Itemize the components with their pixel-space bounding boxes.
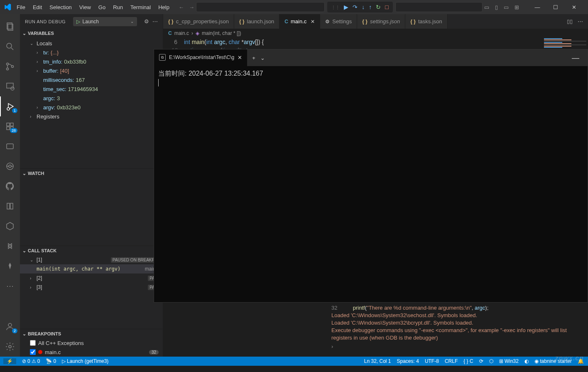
layout-primary-icon[interactable]: ▭: [484, 4, 489, 10]
secondary-search[interactable]: [395, 2, 483, 12]
thread-3[interactable]: ›[3]PAU: [20, 283, 163, 292]
variable-tv[interactable]: ›tv: {...}: [20, 48, 163, 57]
status-spaces[interactable]: Spaces: 4: [397, 358, 419, 364]
terminal-tab-title: E:\WorkSpace\Iristar\Test\C\g: [169, 54, 234, 60]
layout-panel-icon[interactable]: ▯: [495, 4, 498, 10]
breakpoint-checkbox[interactable]: [30, 349, 36, 355]
more-tab-actions-icon[interactable]: ⋯: [578, 18, 583, 25]
breakpoint-checkbox[interactable]: [30, 340, 36, 346]
ext-icon-1[interactable]: [0, 136, 20, 156]
window-maximize-button[interactable]: ☐: [546, 0, 565, 14]
tab-launch-json[interactable]: { }launch.json: [234, 14, 279, 29]
continue-button[interactable]: ▶: [344, 4, 348, 10]
tab-c-cpp-properties[interactable]: { }c_cpp_properties.json: [163, 14, 234, 29]
svg-rect-7: [7, 83, 13, 88]
more-icon[interactable]: ⋯: [0, 276, 20, 296]
thread-2[interactable]: ›[2]PAU: [20, 273, 163, 283]
callstack-header[interactable]: ⌄ CALL STACK: [20, 246, 163, 255]
ext-icon-4[interactable]: [0, 216, 20, 236]
breakpoint-main-c[interactable]: main.c 32: [20, 347, 163, 357]
breakpoints-header[interactable]: ⌄ BREAKPOINTS: [20, 329, 163, 338]
status-eol[interactable]: CRLF: [445, 358, 458, 364]
step-into-button[interactable]: ↓: [362, 4, 365, 10]
tab-settings[interactable]: ⚙Settings: [320, 14, 357, 29]
status-ports[interactable]: 📡 0: [46, 358, 56, 364]
variable-argc[interactable]: argc: 3: [20, 94, 163, 103]
variable-buffer[interactable]: ›buffer: [40]: [20, 66, 163, 75]
menu-file[interactable]: File: [13, 2, 29, 12]
customize-layout-icon[interactable]: ⊞: [514, 4, 519, 10]
extensions-icon[interactable]: 28: [0, 116, 20, 136]
settings-gear-icon[interactable]: [0, 337, 20, 357]
terminal-minimize-button[interactable]: —: [564, 54, 588, 62]
registers-scope[interactable]: ›Registers: [20, 112, 163, 121]
close-icon[interactable]: ✕: [311, 19, 315, 25]
stack-frame-main[interactable]: main(int argc, char ** argv)main.c: [20, 264, 163, 273]
watch-header[interactable]: ⌄ WATCH: [20, 169, 163, 178]
variable-milliseconds[interactable]: milliseconds: 167: [20, 75, 163, 84]
search-icon[interactable]: [0, 37, 20, 57]
tab-main-c[interactable]: Cmain.c✕: [279, 14, 320, 29]
chevron-down-icon[interactable]: ⌄: [260, 55, 265, 61]
ext-icon-3[interactable]: [0, 196, 20, 216]
restart-button[interactable]: ↻: [376, 4, 381, 10]
new-tab-icon[interactable]: +: [252, 55, 255, 61]
split-editor-icon[interactable]: ▯▯: [567, 18, 573, 25]
explorer-icon[interactable]: [0, 17, 20, 37]
stop-button[interactable]: □: [385, 4, 388, 10]
remote-explorer-icon[interactable]: [0, 76, 20, 96]
status-debug-launch[interactable]: ▷ Launch (getTime3): [62, 358, 108, 364]
window-close-button[interactable]: ✕: [565, 0, 583, 14]
breakpoint-all-cpp-exceptions[interactable]: All C++ Exceptions: [20, 338, 163, 347]
command-center-search[interactable]: [196, 2, 325, 12]
menu-help[interactable]: Help: [155, 2, 173, 12]
svg-rect-20: [10, 203, 13, 209]
breadcrumb-bar[interactable]: C main.c › ◈ main(int, char * []): [163, 29, 588, 38]
thread-1[interactable]: ⌄[1]PAUSED ON BREAKPO: [20, 255, 163, 264]
tab-tasks-json[interactable]: { }tasks.json: [405, 14, 448, 29]
step-over-button[interactable]: ↷: [353, 4, 358, 10]
layout-secondary-icon[interactable]: ▭: [504, 4, 509, 10]
nav-forward-icon[interactable]: →: [189, 4, 194, 10]
close-icon[interactable]: ✕: [238, 54, 242, 61]
nav-back-icon[interactable]: ←: [179, 4, 184, 10]
tab-settings-json[interactable]: { }settings.json: [357, 14, 405, 29]
terminal-tab[interactable]: ⧉ E:\WorkSpace\Iristar\Test\C\g ✕: [154, 49, 247, 66]
menu-go[interactable]: Go: [95, 2, 109, 12]
more-actions-icon[interactable]: ⋯: [152, 18, 158, 25]
run-debug-icon[interactable]: 1: [0, 96, 20, 116]
variable-time-sec[interactable]: time_sec: 1719465934: [20, 84, 163, 94]
menu-selection[interactable]: Selection: [46, 2, 75, 12]
gear-icon[interactable]: ⚙: [144, 18, 149, 25]
drag-handle-icon[interactable]: ⋮⋮: [331, 5, 340, 10]
status-language[interactable]: { } C: [463, 358, 473, 364]
github-icon[interactable]: [0, 176, 20, 196]
locals-scope[interactable]: ⌄ Locals: [20, 39, 163, 48]
menu-terminal[interactable]: Terminal: [127, 2, 154, 12]
menu-edit[interactable]: Edit: [29, 2, 45, 12]
step-out-button[interactable]: ↑: [369, 4, 372, 10]
accounts-icon[interactable]: 2: [0, 317, 20, 337]
terminal-output[interactable]: 当前时间: 2024-06-27 13:25:34.167: [154, 66, 588, 302]
ext-icon-6[interactable]: [0, 256, 20, 276]
debug-console-prompt[interactable]: ›: [331, 343, 583, 350]
debug-console[interactable]: 32 printf("There are %d command-line arg…: [326, 303, 588, 357]
status-encoding[interactable]: UTF-8: [425, 358, 439, 364]
variable-argv[interactable]: ›argv: 0xb323e0: [20, 103, 163, 112]
menu-view[interactable]: View: [76, 2, 94, 12]
menu-run[interactable]: Run: [110, 2, 126, 12]
variable-tm-info[interactable]: ›tm_info: 0xb33fb0: [20, 57, 163, 66]
status-ext3-icon[interactable]: ◐: [524, 358, 529, 364]
status-errors[interactable]: ⊘ 0 ⚠ 0: [22, 358, 40, 364]
window-minimize-button[interactable]: —: [528, 0, 546, 14]
variables-header[interactable]: ⌄ VARIABLES: [20, 29, 163, 38]
remote-indicator[interactable]: ⚡: [3, 358, 16, 364]
source-control-icon[interactable]: [0, 57, 20, 76]
ext-icon-5[interactable]: [0, 236, 20, 256]
status-ext1-icon[interactable]: ⟳: [479, 358, 483, 364]
status-platform[interactable]: ⊞ Win32: [499, 358, 519, 364]
launch-config-selector[interactable]: ▷ Launch ⌄: [73, 17, 137, 26]
ext-icon-2[interactable]: [0, 156, 20, 176]
status-position[interactable]: Ln 32, Col 1: [364, 358, 391, 364]
status-ext2-icon[interactable]: ⬡: [489, 358, 493, 364]
